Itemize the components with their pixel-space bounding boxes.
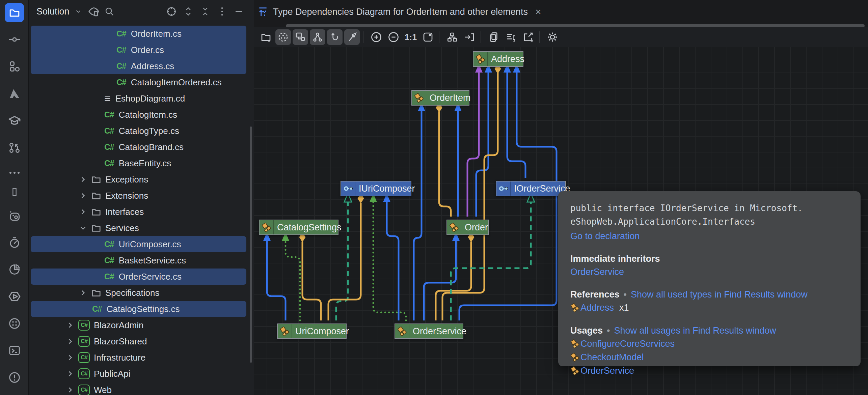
- kebab-menu-icon[interactable]: [215, 5, 229, 18]
- tree-row[interactable]: C#BlazorShared: [29, 333, 254, 349]
- show-usages-link[interactable]: Show all usages in Find Results window: [614, 326, 776, 336]
- tree-row[interactable]: C#Infrastructure: [29, 349, 254, 366]
- tree-row[interactable]: C#BaseEntity.cs: [29, 155, 254, 171]
- tree-row-label: Interfaces: [105, 207, 144, 217]
- chevron-right-icon[interactable]: [67, 338, 74, 345]
- collapse-all-icon[interactable]: [198, 5, 212, 18]
- usage-link[interactable]: ConfigureCoreServices: [580, 338, 675, 349]
- chevron-right-icon[interactable]: [80, 192, 86, 199]
- tree-row[interactable]: Specifications: [29, 285, 254, 301]
- zoom-in-button[interactable]: [369, 29, 384, 45]
- settings-gear-icon[interactable]: [545, 29, 560, 45]
- run-hexagon-icon[interactable]: [5, 287, 24, 306]
- cyclic-dependencies-button[interactable]: [327, 29, 343, 45]
- diagram-node-iuricomposer[interactable]: IUriComposer: [341, 181, 411, 196]
- show-neighbors-button[interactable]: [293, 29, 308, 45]
- chevron-right-icon[interactable]: [67, 370, 74, 377]
- inheritor-link[interactable]: OrderService: [570, 267, 624, 277]
- expand-all-icon[interactable]: [182, 5, 195, 18]
- chevron-right-icon[interactable]: [67, 322, 74, 329]
- more-icon[interactable]: [5, 166, 24, 179]
- copy-diagram-button[interactable]: [486, 29, 501, 45]
- tree-row[interactable]: C#OrderService.cs: [29, 269, 254, 285]
- chevron-down-icon[interactable]: [80, 225, 86, 231]
- open-files-icon[interactable]: [87, 5, 101, 18]
- chevron-right-icon[interactable]: [67, 387, 74, 393]
- apply-layout-button[interactable]: [444, 29, 460, 45]
- tree-row[interactable]: C#CatalogType.cs: [29, 123, 254, 139]
- close-icon[interactable]: ×: [535, 6, 541, 18]
- tree-scrollbar[interactable]: [250, 126, 252, 363]
- export-button[interactable]: [520, 29, 536, 45]
- tree-row[interactable]: C#BasketService.cs: [29, 252, 254, 269]
- usage-link[interactable]: CheckoutModel: [580, 351, 644, 363]
- fit-content-button[interactable]: [420, 29, 436, 45]
- class-icon: [395, 324, 409, 338]
- commit-icon[interactable]: [5, 30, 24, 49]
- route-edges-button[interactable]: [462, 29, 477, 45]
- usage-link[interactable]: OrderService: [580, 365, 634, 376]
- tree-row[interactable]: Services: [29, 220, 254, 236]
- tree-row[interactable]: C#UriComposer.cs: [29, 236, 254, 252]
- pull-requests-icon[interactable]: [5, 138, 24, 157]
- search-icon[interactable]: [103, 5, 116, 18]
- tree-row[interactable]: C#OrderItem.cs: [29, 26, 254, 42]
- horizontal-scrollbar[interactable]: [286, 24, 865, 27]
- zoom-out-button[interactable]: [386, 29, 401, 45]
- tree-row[interactable]: C#Order.cs: [29, 42, 254, 58]
- show-used-types-link[interactable]: Show all used types in Find Results wind…: [631, 289, 808, 300]
- diagram-node-catalogsettings[interactable]: CatalogSettings: [259, 220, 338, 235]
- probe-button[interactable]: [344, 29, 360, 45]
- learn-icon[interactable]: [5, 111, 24, 130]
- go-to-declaration-link[interactable]: Go to declaration: [570, 231, 640, 241]
- analyze-dependencies-button[interactable]: [275, 29, 291, 45]
- chevron-down-icon[interactable]: [72, 5, 85, 18]
- problems-icon[interactable]: [5, 368, 24, 387]
- solution-folder-icon[interactable]: [5, 3, 24, 22]
- tree-row[interactable]: Extensions: [29, 188, 254, 204]
- csharp-file-icon: C#: [104, 110, 114, 119]
- diagram-canvas[interactable]: Address OrderItem IUriComposer IOrderSer…: [254, 47, 868, 395]
- diagram-node-orderservice[interactable]: OrderService: [395, 323, 463, 339]
- edge-labels-button[interactable]: [503, 29, 519, 45]
- structure-icon[interactable]: [5, 57, 24, 76]
- split-graph-button[interactable]: [310, 29, 325, 45]
- reference-link[interactable]: Address: [580, 302, 614, 313]
- scope-folder-button[interactable]: [258, 29, 274, 45]
- bookmarks-icon[interactable]: [5, 182, 24, 201]
- chevron-right-icon[interactable]: [80, 176, 86, 183]
- terminal-icon[interactable]: [5, 341, 24, 360]
- chevron-right-icon[interactable]: [80, 208, 86, 215]
- chevron-right-icon[interactable]: [80, 289, 86, 296]
- tree-row[interactable]: ≡EshopDiagram.cd: [29, 90, 254, 107]
- diagram-node-orderitem[interactable]: OrderItem: [411, 90, 469, 106]
- tree-row[interactable]: C#PublicApi: [29, 366, 254, 382]
- tree-row[interactable]: C#CatalogItemOrdered.cs: [29, 74, 254, 90]
- hide-panel-icon[interactable]: [232, 5, 246, 18]
- tree-row[interactable]: C#CatalogBrand.cs: [29, 139, 254, 155]
- locate-file-icon[interactable]: [165, 5, 178, 18]
- captures-icon[interactable]: [5, 206, 24, 226]
- diagram-node-address[interactable]: Address: [473, 51, 523, 67]
- actual-size-button[interactable]: 1:1: [403, 29, 418, 45]
- plugins-icon[interactable]: [5, 314, 24, 333]
- diagram-node-uricomposer[interactable]: UriComposer: [277, 323, 347, 339]
- tree-row[interactable]: C#CatalogItem.cs: [29, 107, 254, 123]
- coverage-icon[interactable]: [5, 260, 24, 279]
- azure-icon[interactable]: [5, 84, 24, 103]
- diagram-node-order[interactable]: Order: [446, 220, 489, 235]
- unit-tests-icon[interactable]: [5, 233, 24, 252]
- diagram-node-iorderservice[interactable]: IOrderService: [496, 181, 566, 196]
- tab-type-dependencies-diagram[interactable]: Type Dependencies Diagram for OrderItem …: [257, 0, 541, 24]
- node-label: Order: [461, 222, 492, 233]
- chevron-right-icon[interactable]: [67, 354, 74, 361]
- class-icon: [260, 220, 274, 234]
- tree-row[interactable]: Exceptions: [29, 171, 254, 188]
- tree-row[interactable]: Interfaces: [29, 204, 254, 220]
- csharp-file-icon: C#: [104, 126, 114, 136]
- tree-row[interactable]: C#CatalogSettings.cs: [29, 301, 254, 317]
- tree-row[interactable]: C#Address.cs: [29, 58, 254, 74]
- panel-title[interactable]: Solution: [36, 6, 70, 17]
- tree-row[interactable]: C#Web: [29, 382, 254, 395]
- tree-row[interactable]: C#BlazorAdmin: [29, 317, 254, 333]
